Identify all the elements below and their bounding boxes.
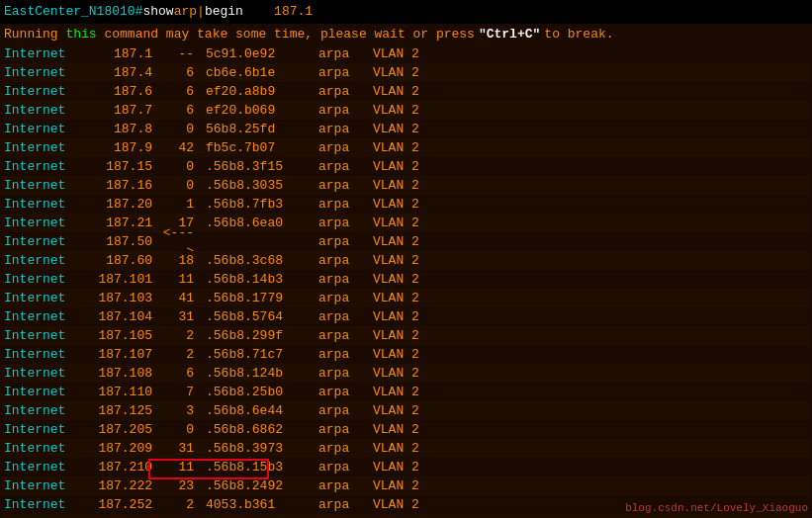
col-address: 187.253: [73, 514, 160, 518]
col-address: 187.8: [73, 120, 160, 138]
col-age: 0: [160, 157, 200, 176]
col-protocol: Internet: [2, 439, 73, 458]
col-address: 187.4: [73, 63, 160, 82]
table-row: Internet 187.105 2 .56b8.299f arpa VLAN …: [2, 326, 810, 345]
col-mac: .56b8.299f: [200, 326, 318, 345]
table-row: Internet 187.50 <---> arpa VLAN 2: [2, 232, 810, 251]
col-age: 11: [160, 458, 200, 476]
col-address: 187.15: [73, 157, 160, 176]
col-age: 3: [160, 401, 200, 420]
col-mac: .56b8.15b3: [200, 458, 318, 476]
col-age: 6: [160, 63, 200, 82]
table-row: Internet 187.4 6 cb6e.6b1e arpa VLAN 2: [2, 63, 810, 82]
col-protocol: Internet: [2, 420, 73, 439]
col-protocol: Internet: [2, 44, 73, 63]
col-type: arpa: [318, 138, 373, 157]
col-mac: .56b8.3035: [200, 176, 318, 195]
col-protocol: Internet: [2, 120, 73, 138]
col-interface: VLAN 2: [373, 307, 452, 326]
col-interface: VLAN 2: [373, 476, 452, 495]
col-address: 187.16: [73, 176, 160, 195]
col-mac: ef20.b069: [200, 101, 318, 120]
col-age: 31: [160, 439, 200, 458]
col-mac: 56b8.25fd: [200, 120, 318, 138]
col-type: arpa: [318, 345, 373, 364]
col-type: arpa: [318, 307, 373, 326]
col-protocol: Internet: [2, 514, 73, 518]
table-row: Internet 187.101 11 .56b8.14b3 arpa VLAN…: [2, 270, 810, 289]
pipe-symbol: |: [197, 2, 205, 22]
col-age: 0: [160, 420, 200, 439]
col-age: 2: [160, 326, 200, 345]
col-type: arpa: [318, 289, 373, 307]
col-protocol: Internet: [2, 82, 73, 101]
col-mac: .56b8.3c68: [200, 251, 318, 270]
header-line: EastCenter_N18010#show arp | begin 187.1: [0, 0, 812, 24]
col-protocol: Internet: [2, 176, 73, 195]
col-age: 1: [160, 195, 200, 214]
col-type: arpa: [318, 195, 373, 214]
col-type: arpa: [318, 44, 373, 63]
col-interface: VLAN 2: [373, 439, 452, 458]
col-type: arpa: [318, 420, 373, 439]
col-mac: .56b8.3973: [200, 439, 318, 458]
col-mac: .56b8.3f15: [200, 157, 318, 176]
terminal-window: EastCenter_N18010#show arp | begin 187.1…: [0, 0, 812, 518]
col-address: 187.222: [73, 476, 160, 495]
col-type: arpa: [318, 383, 373, 401]
table-row: Internet 187.108 6 .56b8.124b arpa VLAN …: [2, 364, 810, 383]
col-mac: .56b8.7fb3: [200, 195, 318, 214]
table-row: Internet 187.222 23 .56b8.2492 arpa VLAN…: [2, 476, 810, 495]
col-interface: VLAN 2: [373, 401, 452, 420]
col-mac: .56b8.6e44: [200, 401, 318, 420]
col-type: arpa: [318, 495, 373, 514]
col-address: 187.9: [73, 138, 160, 157]
col-type: arpa: [318, 63, 373, 82]
col-protocol: Internet: [2, 195, 73, 214]
table-row: Internet 187.210 11 .56b8.15b3 arpa VLAN…: [2, 458, 810, 476]
col-mac: .56b8.5764: [200, 307, 318, 326]
col-age: --: [160, 44, 200, 63]
table-row: Internet 187.107 2 .56b8.71c7 arpa VLAN …: [2, 345, 810, 364]
col-address: 187.103: [73, 289, 160, 307]
col-protocol: Internet: [2, 157, 73, 176]
col-type: arpa: [318, 270, 373, 289]
col-type: arpa: [318, 157, 373, 176]
col-address: 187.101: [73, 270, 160, 289]
col-interface: VLAN 2: [373, 120, 452, 138]
table-row: Internet 187.21 17 .56b8.6ea0 arpa VLAN …: [2, 214, 810, 232]
col-interface: VLAN 2: [373, 195, 452, 214]
warning-line: Running this command may take some time,…: [0, 24, 812, 45]
col-mac: .56b8.6862: [200, 420, 318, 439]
col-interface: VLAN 2: [373, 420, 452, 439]
col-type: arpa: [318, 214, 373, 232]
col-protocol: Internet: [2, 214, 73, 232]
col-type: arpa: [318, 176, 373, 195]
col-address: 187.21: [73, 214, 160, 232]
col-type: arpa: [318, 458, 373, 476]
col-interface: VLAN 2: [373, 383, 452, 401]
col-mac: 0f1b.067e: [200, 514, 318, 518]
watermark: blog.csdn.net/Lovely_Xiaoguo: [625, 502, 808, 514]
spacing: [243, 2, 274, 22]
ip-arg: 187.1: [274, 2, 313, 22]
col-mac: .56b8.14b3: [200, 270, 318, 289]
col-type: arpa: [318, 120, 373, 138]
col-type: arpa: [318, 401, 373, 420]
col-interface: VLAN 2: [373, 289, 452, 307]
col-interface: VLAN 2: [373, 214, 452, 232]
col-interface: VLAN 2: [373, 345, 452, 364]
col-address: 187.105: [73, 326, 160, 345]
col-mac: .56b8.1779: [200, 289, 318, 307]
col-type: arpa: [318, 514, 373, 518]
table-row: Internet 187.15 0 .56b8.3f15 arpa VLAN 2: [2, 157, 810, 176]
col-protocol: Internet: [2, 307, 73, 326]
prompt-text: EastCenter_N18010#: [4, 2, 142, 22]
col-protocol: Internet: [2, 383, 73, 401]
col-age: 41: [160, 289, 200, 307]
col-age: 31: [160, 307, 200, 326]
col-age: 0: [160, 176, 200, 195]
col-protocol: Internet: [2, 101, 73, 120]
col-type: arpa: [318, 101, 373, 120]
col-interface: VLAN 2: [373, 176, 452, 195]
